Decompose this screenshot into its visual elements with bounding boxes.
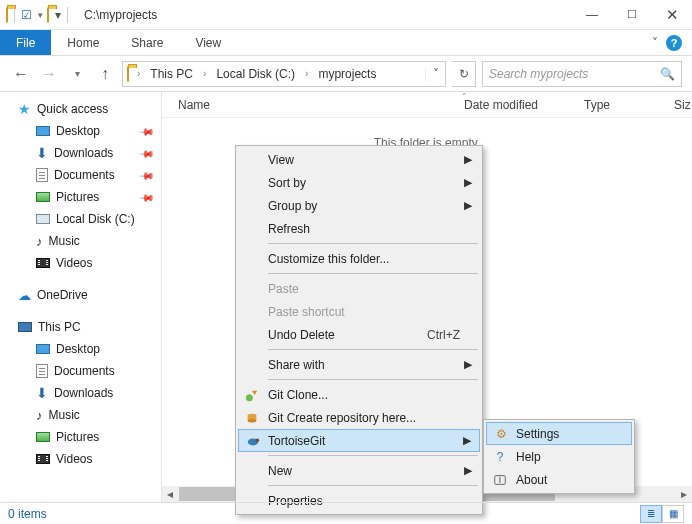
ctx-git-clone[interactable]: Git Clone... [238,383,480,406]
address-bar[interactable]: › This PC › Local Disk (C:) › myprojects… [122,61,446,87]
properties-qat-icon[interactable]: ☑ [21,8,32,22]
submenu-arrow-icon: ▶ [464,153,472,166]
folder-icon [127,67,129,81]
sub-settings[interactable]: ⚙Settings [486,422,632,445]
desktop-icon [36,126,50,136]
svg-point-0 [246,394,253,401]
ctx-tortoisegit[interactable]: TortoiseGit▶ [238,429,480,452]
column-headers: Name ˄ Date modified Type Siz [162,92,692,118]
svg-text:i: i [499,473,501,485]
navitem-localdisk[interactable]: Local Disk (C:) [0,208,161,230]
navitem-pictures2[interactable]: Pictures [0,426,161,448]
expand-ribbon-icon[interactable]: ˅ [652,36,658,50]
window-title: C:\myprojects [76,8,157,22]
music-icon: ♪ [36,234,43,249]
disk-icon [36,214,50,224]
up-button[interactable]: ↑ [94,63,116,85]
search-input[interactable]: Search myprojects 🔍 [482,61,682,87]
new-folder-qat-icon[interactable] [47,8,49,22]
sub-about[interactable]: iAbout [486,468,632,491]
ctx-groupby[interactable]: Group by▶ [238,194,480,217]
navigation-pane: ★Quick access Desktop📌 ⬇Downloads📌 Docum… [0,92,162,502]
status-item-count: 0 items [8,507,47,521]
breadcrumb[interactable]: This PC [148,67,195,81]
video-icon [36,258,50,268]
pictures-icon [36,192,50,202]
download-icon: ⬇ [36,385,48,401]
refresh-button[interactable]: ↻ [452,61,476,87]
pin-icon: 📌 [139,145,155,161]
ctx-new[interactable]: New▶ [238,459,480,482]
close-button[interactable]: ✕ [652,0,692,30]
address-dropdown-icon[interactable]: ˅ [425,67,441,81]
music-icon: ♪ [36,408,43,423]
svg-point-3 [248,418,257,422]
help-icon: ? [492,449,508,465]
search-icon: 🔍 [660,67,675,81]
col-date[interactable]: Date modified [452,98,572,112]
shortcut-label: Ctrl+Z [427,328,460,342]
navitem-desktop[interactable]: Desktop📌 [0,120,161,142]
download-icon: ⬇ [36,145,48,161]
quick-access-toolbar: ☑▾ ▾ [0,7,76,23]
sub-help[interactable]: ?Help [486,445,632,468]
tab-file[interactable]: File [0,30,51,55]
ctx-git-create[interactable]: Git Create repository here... [238,406,480,429]
folder-icon [6,8,8,22]
star-icon: ★ [18,101,31,117]
ctx-view[interactable]: View▶ [238,148,480,171]
navitem-desktop2[interactable]: Desktop [0,338,161,360]
search-placeholder: Search myprojects [489,67,660,81]
document-icon [36,168,48,182]
settings-icon: ⚙ [493,426,509,442]
desktop-icon [36,344,50,354]
ctx-customize[interactable]: Customize this folder... [238,247,480,270]
video-icon [36,454,50,464]
ctx-paste: Paste [238,277,480,300]
recent-locations-icon[interactable]: ▾ [66,63,88,85]
pin-icon: 📌 [139,123,155,139]
navitem-music[interactable]: ♪Music [0,230,161,252]
submenu-arrow-icon: ▶ [464,358,472,371]
qat-dropdown-icon[interactable]: ▾ [55,8,61,22]
navitem-documents2[interactable]: Documents [0,360,161,382]
tortoisegit-icon [245,433,261,449]
sort-indicator-icon: ˄ [462,92,467,102]
navitem-downloads2[interactable]: ⬇Downloads [0,382,161,404]
breadcrumb[interactable]: Local Disk (C:) [214,67,297,81]
submenu-arrow-icon: ▶ [463,434,471,447]
status-bar: 0 items ≣ ▦ [0,502,692,524]
breadcrumb[interactable]: myprojects [316,67,378,81]
navitem-videos2[interactable]: Videos [0,448,161,470]
col-name[interactable]: Name [162,98,452,112]
view-details-button[interactable]: ≣ [640,505,662,523]
navitem-onedrive[interactable]: ☁OneDrive [0,284,161,306]
col-type[interactable]: Type [572,98,662,112]
help-icon[interactable]: ? [666,35,682,51]
ctx-share-with[interactable]: Share with▶ [238,353,480,376]
navitem-pictures[interactable]: Pictures📌 [0,186,161,208]
navitem-thispc[interactable]: This PC [0,316,161,338]
pictures-icon [36,432,50,442]
col-size[interactable]: Siz [662,98,692,112]
ctx-undo-delete[interactable]: Undo DeleteCtrl+Z [238,323,480,346]
navigation-bar: ← → ▾ ↑ › This PC › Local Disk (C:) › my… [0,56,692,92]
navitem-quick-access[interactable]: ★Quick access [0,98,161,120]
tab-share[interactable]: Share [115,30,179,55]
navitem-downloads[interactable]: ⬇Downloads📌 [0,142,161,164]
tab-view[interactable]: View [179,30,237,55]
forward-button[interactable]: → [38,63,60,85]
minimize-button[interactable]: — [572,0,612,30]
svg-point-5 [256,438,260,442]
navitem-videos[interactable]: Videos [0,252,161,274]
maximize-button[interactable]: ☐ [612,0,652,30]
ctx-sortby[interactable]: Sort by▶ [238,171,480,194]
document-icon [36,364,48,378]
ctx-refresh[interactable]: Refresh [238,217,480,240]
git-create-icon [244,410,260,426]
back-button[interactable]: ← [10,63,32,85]
navitem-music2[interactable]: ♪Music [0,404,161,426]
tab-home[interactable]: Home [51,30,115,55]
view-large-icons-button[interactable]: ▦ [662,505,684,523]
navitem-documents[interactable]: Documents📌 [0,164,161,186]
